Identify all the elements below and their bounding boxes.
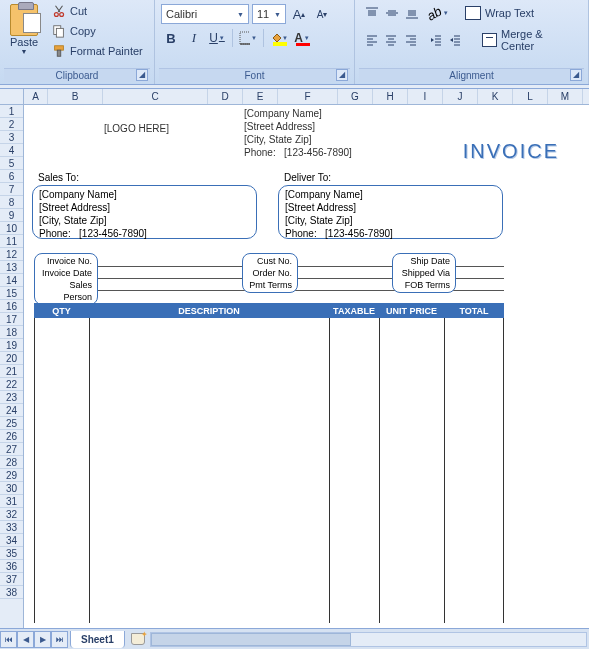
row-header-17[interactable]: 17	[0, 313, 23, 326]
row-header-33[interactable]: 33	[0, 521, 23, 534]
row-header-14[interactable]: 14	[0, 274, 23, 287]
brush-icon	[52, 44, 66, 58]
scrollbar-thumb[interactable]	[151, 633, 351, 646]
align-bottom-button[interactable]	[403, 4, 421, 22]
row-header-30[interactable]: 30	[0, 482, 23, 495]
row-header-1[interactable]: 1	[0, 105, 23, 118]
row-header-9[interactable]: 9	[0, 209, 23, 222]
row-header-3[interactable]: 3	[0, 131, 23, 144]
tab-nav-prev[interactable]: ◀	[17, 631, 34, 648]
row-header-25[interactable]: 25	[0, 417, 23, 430]
row-header-6[interactable]: 6	[0, 170, 23, 183]
row-header-12[interactable]: 12	[0, 248, 23, 261]
row-header-34[interactable]: 34	[0, 534, 23, 547]
row-header-38[interactable]: 38	[0, 586, 23, 599]
clipboard-dialog-launcher[interactable]: ◢	[136, 69, 148, 81]
row-header-21[interactable]: 21	[0, 365, 23, 378]
row-header-11[interactable]: 11	[0, 235, 23, 248]
addr-street: [Street Address]	[285, 201, 496, 214]
increase-indent-button[interactable]	[447, 31, 464, 49]
column-header-I[interactable]: I	[408, 89, 443, 104]
align-center-button[interactable]	[382, 31, 399, 49]
merge-icon	[482, 33, 498, 47]
column-header-D[interactable]: D	[208, 89, 243, 104]
row-header-27[interactable]: 27	[0, 443, 23, 456]
wrap-text-button[interactable]: Wrap Text	[461, 4, 538, 22]
row-header-22[interactable]: 22	[0, 378, 23, 391]
column-header-F[interactable]: F	[278, 89, 338, 104]
font-dialog-launcher[interactable]: ◢	[336, 69, 348, 81]
column-header-C[interactable]: C	[103, 89, 208, 104]
column-header-H[interactable]: H	[373, 89, 408, 104]
paste-dropdown-icon[interactable]: ▼	[21, 48, 28, 55]
borders-button[interactable]: ▼	[238, 28, 258, 48]
svg-point-1	[60, 13, 64, 17]
align-left-button[interactable]	[363, 31, 380, 49]
align-middle-button[interactable]	[383, 4, 401, 22]
column-header-E[interactable]: E	[243, 89, 278, 104]
format-painter-button[interactable]: Format Painter	[48, 42, 147, 60]
align-right-button[interactable]	[402, 31, 419, 49]
cut-button[interactable]: Cut	[48, 2, 147, 20]
row-header-4[interactable]: 4	[0, 144, 23, 157]
merge-center-button[interactable]: Merge & Center	[478, 26, 580, 54]
column-header-L[interactable]: L	[513, 89, 548, 104]
paste-button[interactable]: Paste ▼	[4, 2, 44, 57]
column-header-M[interactable]: M	[548, 89, 583, 104]
shrink-font-button[interactable]: A▾	[312, 4, 332, 24]
worksheet[interactable]: [LOGO HERE] [Company Name] [Street Addre…	[24, 105, 589, 628]
addr-phone: [123-456-7890]	[79, 228, 147, 239]
row-header-5[interactable]: 5	[0, 157, 23, 170]
row-header-16[interactable]: 16	[0, 300, 23, 313]
row-header-7[interactable]: 7	[0, 183, 23, 196]
sheet-tab-sheet1[interactable]: Sheet1	[70, 631, 125, 648]
orientation-button[interactable]: ab▼	[429, 4, 447, 22]
column-header-G[interactable]: G	[338, 89, 373, 104]
fill-color-button[interactable]: ▼	[269, 28, 289, 48]
invoice-title: INVOICE	[463, 140, 559, 163]
row-header-35[interactable]: 35	[0, 547, 23, 560]
row-header-10[interactable]: 10	[0, 222, 23, 235]
column-header-K[interactable]: K	[478, 89, 513, 104]
row-header-26[interactable]: 26	[0, 430, 23, 443]
tab-nav-first[interactable]: ⏮	[0, 631, 17, 648]
row-header-2[interactable]: 2	[0, 118, 23, 131]
header-city: [City, State Zip]	[244, 133, 352, 146]
row-header-18[interactable]: 18	[0, 326, 23, 339]
font-color-button[interactable]: A ▼	[292, 28, 312, 48]
column-header-J[interactable]: J	[443, 89, 478, 104]
wrap-text-label: Wrap Text	[485, 7, 534, 19]
row-header-37[interactable]: 37	[0, 573, 23, 586]
select-all-corner[interactable]	[0, 89, 24, 104]
chevron-down-icon: ▼	[274, 11, 281, 18]
row-header-15[interactable]: 15	[0, 287, 23, 300]
align-top-button[interactable]	[363, 4, 381, 22]
row-header-36[interactable]: 36	[0, 560, 23, 573]
row-header-20[interactable]: 20	[0, 352, 23, 365]
font-name-combo[interactable]: Calibri ▼	[161, 4, 249, 24]
row-header-8[interactable]: 8	[0, 196, 23, 209]
bold-button[interactable]: B	[161, 28, 181, 48]
font-size-combo[interactable]: 11 ▼	[252, 4, 286, 24]
new-sheet-button[interactable]	[128, 631, 148, 647]
row-header-28[interactable]: 28	[0, 456, 23, 469]
column-header-A[interactable]: A	[24, 89, 48, 104]
italic-button[interactable]: I	[184, 28, 204, 48]
decrease-indent-button[interactable]	[427, 31, 444, 49]
copy-button[interactable]: Copy	[48, 22, 147, 40]
column-header-B[interactable]: B	[48, 89, 103, 104]
underline-button[interactable]: U▼	[207, 28, 227, 48]
row-header-19[interactable]: 19	[0, 339, 23, 352]
alignment-dialog-launcher[interactable]: ◢	[570, 69, 582, 81]
row-header-23[interactable]: 23	[0, 391, 23, 404]
row-header-31[interactable]: 31	[0, 495, 23, 508]
row-header-13[interactable]: 13	[0, 261, 23, 274]
tab-nav-last[interactable]: ⏭	[51, 631, 68, 648]
grow-font-button[interactable]: A▴	[289, 4, 309, 24]
horizontal-scrollbar[interactable]	[150, 632, 587, 647]
row-header-29[interactable]: 29	[0, 469, 23, 482]
addr-city: [City, State Zip]	[285, 214, 496, 227]
tab-nav-next[interactable]: ▶	[34, 631, 51, 648]
row-header-32[interactable]: 32	[0, 508, 23, 521]
row-header-24[interactable]: 24	[0, 404, 23, 417]
